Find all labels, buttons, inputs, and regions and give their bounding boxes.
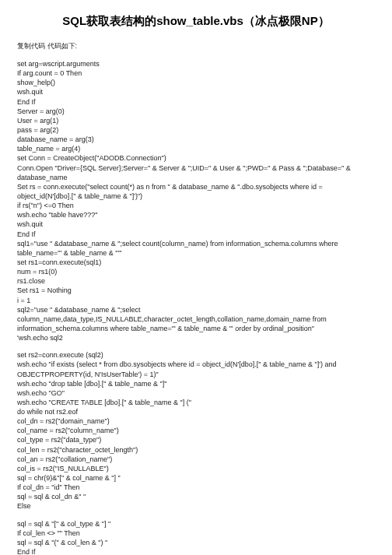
code-block-3: sql = sql & "[" & col_type & "] " If col… [17, 519, 375, 555]
page-title: SQL获取表结构的show_table.vbs（冰点极限NP） [17, 14, 375, 29]
code-block-1: set arg=wscript.arguments If arg.count =… [17, 59, 375, 342]
intro-text: 复制代码 代码如下: [17, 41, 375, 51]
code-block-2: set rs2=conn.execute (sql2) wsh.echo "if… [17, 350, 375, 511]
